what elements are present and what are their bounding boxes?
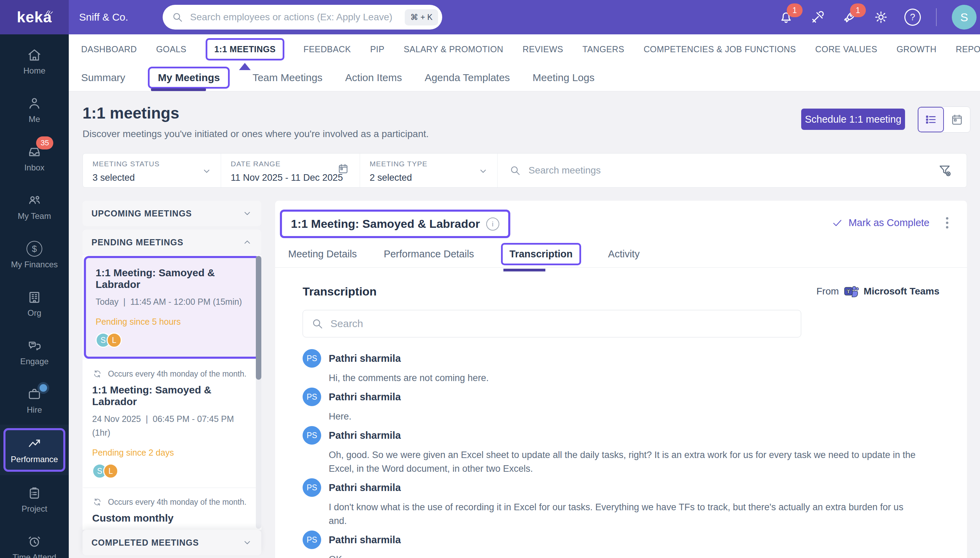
meetings-list-panel: UPCOMING MEETINGS PENDING MEETINGS 1:1 M… [82, 201, 261, 555]
message-text: OK. [329, 553, 920, 558]
sidebar-item-org[interactable]: Org [0, 279, 69, 328]
recurrence-icon [92, 369, 102, 379]
sidebar-item-home[interactable]: Home [0, 37, 69, 85]
message-text: Oh, good. So we were given an Excel shee… [329, 448, 920, 476]
recurrence-icon [92, 497, 102, 507]
performance-active-box: Performance [3, 428, 65, 472]
hire-notification-dot [38, 382, 49, 394]
tab-one-on-one-meetings[interactable]: 1:1 MEETINGS [206, 38, 284, 61]
subtab-my-meetings[interactable]: My Meetings [148, 67, 230, 89]
speaker-name: Pathri sharmila [329, 430, 401, 441]
search-icon [311, 317, 324, 330]
chevron-down-icon [242, 537, 252, 548]
tab-activity[interactable]: Activity [608, 248, 640, 260]
keka-logo[interactable]: keka [0, 0, 69, 34]
clear-filters-icon[interactable] [938, 163, 955, 178]
schedule-meeting-button[interactable]: Schedule 1:1 meeting [801, 108, 905, 130]
tab-transcription[interactable]: Transcription [501, 243, 582, 265]
tab-dashboard[interactable]: DASHBOARD [81, 44, 137, 54]
global-search-input[interactable] [189, 11, 405, 23]
message-text: Here. [329, 410, 920, 423]
sidebar-item-project[interactable]: Project [0, 475, 69, 524]
meeting-card[interactable]: Occurs every 4th monday of the month. 1:… [82, 360, 261, 487]
date-range-filter[interactable]: DATE RANGE 11 Nov 2025 - 11 Dec 2025 [221, 154, 360, 187]
tab-salary-promotion[interactable]: SALARY & PROMOTION [404, 44, 503, 54]
list-scrollbar-thumb[interactable] [256, 256, 261, 380]
meeting-type-filter[interactable]: MEETING TYPE 2 selected [360, 154, 498, 187]
settings-button[interactable] [873, 9, 889, 25]
subtab-action-items[interactable]: Action Items [345, 72, 402, 84]
subtab-agenda-templates[interactable]: Agenda Templates [425, 72, 510, 84]
meetings-search-input[interactable] [528, 164, 931, 176]
notifications-button[interactable]: 1 [778, 9, 794, 25]
sidebar-item-me[interactable]: Me [0, 85, 69, 134]
meeting-status-filter[interactable]: MEETING STATUS 3 selected [83, 154, 221, 187]
tab-feedback[interactable]: FEEDBACK [304, 44, 351, 54]
subtab-meeting-logs[interactable]: Meeting Logs [533, 72, 595, 84]
transcription-search[interactable] [303, 310, 801, 337]
tab-core-values[interactable]: CORE VALUES [815, 44, 877, 54]
building-icon [27, 290, 42, 305]
tab-tangers[interactable]: TANGERS [582, 44, 625, 54]
meetings-search[interactable] [498, 154, 967, 187]
meeting-card[interactable]: Occurs every 4th monday of the month. Cu… [82, 488, 261, 530]
sidebar-item-my-finances[interactable]: $ My Finances [0, 231, 69, 279]
message-text: Hi, the comments are not coming here. [329, 371, 920, 385]
transcription-heading: Transcription [303, 285, 377, 298]
active-tab-pointer [239, 63, 251, 70]
list-view-button[interactable] [918, 107, 944, 132]
home-icon [27, 48, 42, 62]
sidebar-item-inbox[interactable]: 35 Inbox [0, 134, 69, 182]
info-icon[interactable]: i [486, 218, 499, 231]
sidebar-item-hire[interactable]: Hire [0, 376, 69, 425]
upcoming-meetings-header[interactable]: UPCOMING MEETINGS [82, 201, 261, 226]
global-search[interactable]: ⌘ + K [163, 5, 442, 30]
speaker-avatar: PS [303, 387, 321, 406]
meeting-detail-panel: 1:1 Meeting: Samoyed & Labrador i Mark a… [275, 201, 967, 558]
person-icon [27, 96, 42, 111]
tab-reports[interactable]: REPORTS [956, 44, 980, 54]
tab-goals[interactable]: GOALS [156, 44, 186, 54]
transcription-search-input[interactable] [330, 317, 793, 330]
avatar: L [107, 333, 122, 348]
help-icon: ? [904, 8, 921, 26]
calendar-icon [337, 162, 349, 175]
tab-growth[interactable]: GROWTH [896, 44, 936, 54]
sidebar-item-engage[interactable]: Engage [0, 328, 69, 376]
subtab-summary[interactable]: Summary [81, 72, 125, 84]
speaker-name: Pathri sharmila [329, 353, 401, 364]
tab-competencies[interactable]: COMPETENCIES & JOB FUNCTIONS [644, 44, 796, 54]
sidebar-item-performance[interactable]: Performance [0, 425, 69, 475]
filter-bar: MEETING STATUS 3 selected DATE RANGE 11 … [82, 153, 967, 188]
tab-pip[interactable]: PIP [370, 44, 385, 54]
tab-performance-details[interactable]: Performance Details [384, 248, 474, 260]
speaker-name: Pathri sharmila [329, 391, 401, 403]
speaker-name: Pathri sharmila [329, 482, 401, 493]
tab-reviews[interactable]: REVIEWS [523, 44, 563, 54]
sidebar-item-my-team[interactable]: My Team [0, 182, 69, 231]
sidebar-item-time-attend[interactable]: Time Attend [0, 524, 69, 558]
transcription-section: Transcription From Microsoft Teams [275, 268, 967, 558]
chevron-down-icon [478, 166, 488, 176]
whats-new-button[interactable]: 1 [841, 9, 858, 25]
shortcut-badge: ⌘ + K [405, 9, 438, 25]
user-avatar[interactable]: S [952, 5, 977, 30]
tab-meeting-details[interactable]: Meeting Details [288, 248, 357, 260]
subtab-team-meetings[interactable]: Team Meetings [252, 72, 322, 84]
tools-button[interactable] [809, 9, 826, 25]
chevron-down-icon [242, 208, 252, 218]
transcript-message: PS Pathri sharmila OK. [303, 531, 939, 558]
meeting-card-selected[interactable]: 1:1 Meeting: Samoyed & Labrador Today | … [84, 256, 260, 359]
help-button[interactable]: ? [904, 9, 921, 25]
alarm-clock-icon [27, 534, 42, 549]
calendar-view-button[interactable] [944, 107, 970, 132]
completed-meetings-header[interactable]: COMPLETED MEETINGS [82, 530, 261, 555]
notifications-badge: 1 [787, 3, 802, 17]
list-view-icon [924, 113, 937, 126]
whats-new-badge: 1 [850, 3, 866, 17]
speaker-avatar: PS [303, 478, 321, 497]
more-options-button[interactable] [945, 216, 950, 230]
module-nav: DASHBOARD GOALS 1:1 MEETINGS FEEDBACK PI… [69, 34, 980, 64]
pending-meetings-header[interactable]: PENDING MEETINGS [82, 230, 261, 255]
mark-complete-button[interactable]: Mark as Complete [848, 217, 929, 228]
